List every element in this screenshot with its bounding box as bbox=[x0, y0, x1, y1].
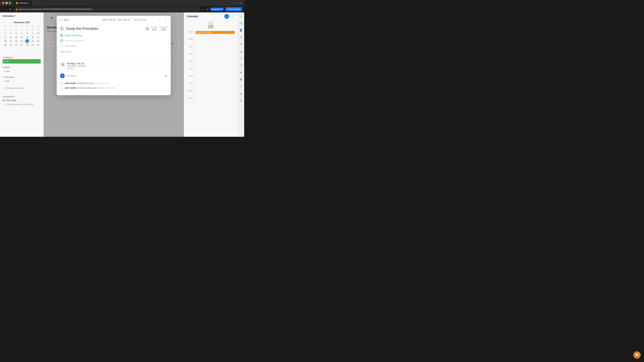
zoom-in-icon[interactable]: 🔍 bbox=[239, 21, 243, 25]
mini-cal-day[interactable]: 18 bbox=[4, 39, 7, 43]
mini-cal-day[interactable]: 27 bbox=[14, 43, 18, 47]
mail-icon[interactable]: ✉ bbox=[239, 35, 243, 39]
personal-toggle[interactable]: ▾ bbox=[3, 76, 4, 78]
mini-cal-prev-button[interactable]: ‹ bbox=[3, 21, 3, 24]
window-close-icon[interactable]: ✕ bbox=[240, 2, 242, 4]
sidebar-toggle-icon[interactable]: ⇥ bbox=[239, 14, 243, 18]
mini-cal-day[interactable]: 7 bbox=[20, 31, 24, 35]
mini-cal-day[interactable]: 5 bbox=[9, 31, 12, 35]
mini-cal-day[interactable]: 21 bbox=[20, 39, 24, 43]
mini-cal-day[interactable]: 24 bbox=[36, 39, 40, 43]
attach-button[interactable]: 📎 bbox=[164, 74, 167, 77]
mini-cal-day[interactable]: 20 bbox=[14, 39, 18, 43]
mini-cal-day[interactable]: 29 bbox=[25, 43, 29, 47]
mini-cal-day[interactable]: 6 bbox=[14, 31, 18, 35]
mini-cal-day[interactable]: 10 bbox=[36, 31, 40, 35]
expand-modal-button[interactable]: ⤢ bbox=[157, 18, 161, 21]
mini-cal-day[interactable]: 7 bbox=[36, 47, 40, 51]
window-close-button[interactable] bbox=[2, 2, 4, 4]
add-subtask-label[interactable]: Add subtask bbox=[65, 44, 77, 47]
more-options-button[interactable]: ··· bbox=[150, 18, 154, 21]
window-minimize-icon[interactable]: ─ bbox=[234, 2, 235, 4]
mini-cal-day[interactable]: 2 bbox=[9, 47, 12, 51]
mini-cal-day[interactable]: 14 bbox=[20, 35, 24, 39]
sidebar-item-personal-all[interactable]: # all bbox=[3, 79, 41, 83]
notes-icon[interactable]: 📋 bbox=[239, 63, 243, 68]
mini-cal-day[interactable]: 30 bbox=[31, 43, 34, 47]
task-play-button[interactable]: ▶ bbox=[146, 27, 149, 30]
mini-cal-day[interactable]: 5 bbox=[25, 47, 29, 51]
github-icon[interactable]: ⬡ bbox=[239, 84, 243, 89]
pen-icon[interactable]: ✏ bbox=[239, 56, 243, 61]
mini-cal-day[interactable]: 13 bbox=[14, 35, 18, 39]
incognito-button[interactable]: Incognito (2) bbox=[210, 7, 224, 11]
subtask-description[interactable]: Subtask description... bbox=[65, 39, 86, 42]
task-complete-button[interactable]: ✓ bbox=[60, 27, 64, 30]
sidebar-item-all[interactable]: # all bbox=[3, 59, 41, 63]
mini-cal-day[interactable]: 9 bbox=[31, 31, 34, 35]
user-icon[interactable]: 👤 bbox=[239, 28, 243, 32]
window-maximize-button[interactable] bbox=[9, 2, 11, 4]
forward-nav-button[interactable]: → bbox=[6, 8, 8, 10]
paint-icon[interactable]: 🎨 bbox=[239, 77, 243, 82]
mini-cal-day-today[interactable]: 22 bbox=[25, 39, 29, 43]
modal-due-date[interactable]: Due: Dec 23 bbox=[118, 18, 130, 21]
grid-icon[interactable]: ⊞ bbox=[239, 70, 243, 75]
notes-area[interactable]: Take notes bbox=[60, 48, 167, 55]
mini-cal-day[interactable]: 27 bbox=[4, 28, 7, 31]
mini-cal-day[interactable]: 11 bbox=[4, 35, 7, 39]
close-modal-button[interactable]: ✕ bbox=[164, 18, 167, 21]
mini-cal-day[interactable]: 3 bbox=[14, 47, 18, 51]
mini-cal-day[interactable]: 4 bbox=[20, 47, 24, 51]
mini-cal-day[interactable]: 15 bbox=[25, 35, 29, 39]
modal-start-date[interactable]: Start: Dec 25 bbox=[102, 18, 115, 21]
window-minimize-button[interactable] bbox=[5, 2, 8, 4]
expand-calendar-button[interactable]: ↗ bbox=[230, 14, 235, 18]
sync-icon[interactable]: ↻ bbox=[239, 42, 243, 46]
extension-button[interactable]: ⊞ bbox=[206, 8, 208, 10]
mini-cal-day[interactable]: 12 bbox=[9, 35, 12, 39]
chart-icon[interactable]: 📊 bbox=[239, 49, 243, 54]
mini-cal-day[interactable]: 26 bbox=[9, 43, 12, 47]
mini-cal-next-button[interactable]: › bbox=[40, 21, 41, 24]
sidebar-header[interactable]: Sunsama ▾ bbox=[0, 12, 44, 19]
mini-cal-day[interactable]: 19 bbox=[9, 39, 12, 43]
mini-cal-day[interactable]: 17 bbox=[36, 35, 40, 39]
tab-close-button[interactable]: ✕ bbox=[29, 2, 30, 4]
mini-cal-day[interactable]: 23 bbox=[31, 39, 34, 43]
add-subtasks-button[interactable]: Add subtasks bbox=[133, 18, 148, 21]
add-subtask-button[interactable]: + bbox=[60, 44, 63, 47]
url-bar[interactable]: 🔒 app.sunsama.com/group/1703182764469638… bbox=[14, 7, 200, 11]
mini-cal-day[interactable]: 1 bbox=[4, 47, 7, 51]
mini-cal-day[interactable]: 2 bbox=[31, 28, 34, 31]
radio-icon[interactable]: 📡 bbox=[239, 91, 243, 96]
bookmark-button[interactable]: ☆ bbox=[202, 8, 205, 10]
work-toggle[interactable]: ▾ bbox=[3, 66, 4, 68]
new-tab-button[interactable]: + bbox=[33, 1, 36, 4]
arrow-down-icon[interactable]: ⬇ bbox=[239, 98, 243, 103]
modal-overlay[interactable]: # work Start: Dec 25 Due: Dec 23 Add sub… bbox=[44, 12, 184, 137]
window-maximize-icon[interactable]: □ bbox=[237, 2, 238, 4]
mini-cal-day[interactable]: 16 bbox=[31, 35, 34, 39]
subtask-link[interactable]: Check on the files bbox=[65, 34, 82, 37]
mini-cal-day[interactable]: 31 bbox=[36, 43, 40, 47]
finish-update-button[interactable]: Finish update bbox=[226, 7, 242, 11]
calendar-event[interactable]: Study the Principles bbox=[196, 31, 235, 34]
mini-cal-day-selected[interactable]: 25 bbox=[4, 43, 7, 47]
subtask-check-2-button[interactable]: ✓ bbox=[60, 39, 63, 42]
manage-channels-button[interactable]: + Manage Channels bbox=[3, 86, 41, 90]
invite-button[interactable]: + Invite someone to Sunsama bbox=[3, 102, 41, 106]
active-tab[interactable]: Sunsama ✕ bbox=[14, 1, 32, 5]
reload-nav-button[interactable]: ↻ bbox=[10, 8, 12, 10]
mini-cal-day[interactable]: 28 bbox=[9, 28, 12, 31]
mini-cal-day[interactable]: 1 bbox=[25, 28, 29, 31]
task-main-title[interactable]: Study the Principles bbox=[66, 26, 144, 31]
mini-cal-day[interactable]: 6 bbox=[31, 47, 34, 51]
mini-cal-day[interactable]: 8 bbox=[25, 31, 29, 35]
mini-cal-day[interactable]: 3 bbox=[36, 28, 40, 31]
comment-input[interactable] bbox=[66, 75, 163, 77]
user-avatar-button[interactable]: J bbox=[224, 14, 229, 19]
mini-cal-day[interactable]: 30 bbox=[20, 28, 24, 31]
back-nav-button[interactable]: ← bbox=[2, 8, 4, 10]
mini-cal-day[interactable]: 28 bbox=[20, 43, 24, 47]
